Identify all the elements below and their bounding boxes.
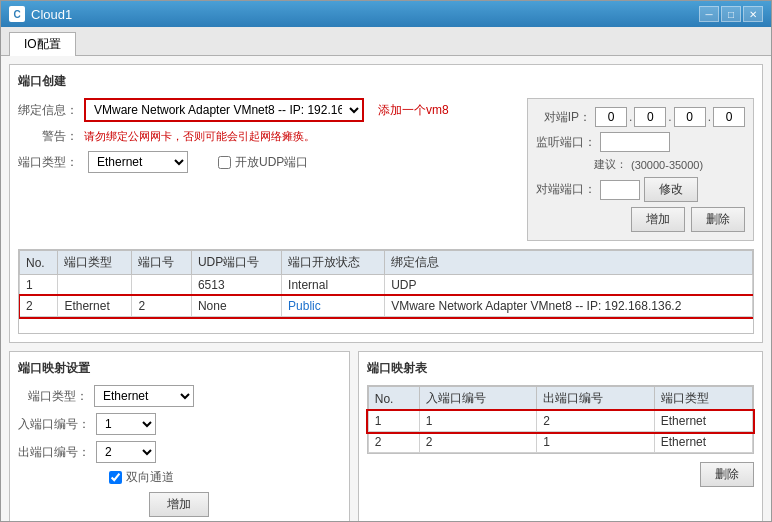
binding-row: 绑定信息： VMware Network Adapter VMnet8 -- I… [18,98,519,122]
mcell-in: 2 [419,432,537,453]
mapping-add-row: 增加 [18,492,341,517]
mapping-table: No. 入端口编号 出端口编号 端口类型 1 1 2 Ether [368,386,753,453]
cell-udp: 6513 [191,275,281,296]
bidirectional-checkbox[interactable] [109,471,122,484]
minimize-button[interactable]: ─ [699,6,719,22]
col-status: 端口开放状态 [282,251,385,275]
mapping-row[interactable]: 2 2 1 Ethernet [368,432,752,453]
mapping-table-container: No. 入端口编号 出端口编号 端口类型 1 1 2 Ether [367,385,754,454]
cell-port [132,275,191,296]
cell-port: 2 [132,296,191,317]
mcol-out: 出端口编号 [537,387,655,411]
output-port-select[interactable]: 12 [96,441,156,463]
add-vm8-hint: 添加一个vm8 [378,102,449,119]
port-type-label: 端口类型： [18,154,78,171]
port-mapping-panel: 端口映射设置 端口类型： Ethernet 入端口编号： 12 出端口编号： 1… [9,351,350,521]
bottom-section: 端口映射设置 端口类型： Ethernet 入端口编号： 12 出端口编号： 1… [9,351,763,521]
cell-status: Public [282,296,385,317]
mapping-table-title: 端口映射表 [367,360,754,377]
mapping-table-panel: 端口映射表 No. 入端口编号 出端口编号 端口类型 [358,351,763,521]
mapping-header: No. 入端口编号 出端口编号 端口类型 [368,387,752,411]
left-form: 绑定信息： VMware Network Adapter VMnet8 -- I… [18,98,519,241]
cell-no: 2 [20,296,58,317]
warning-row: 警告： 请勿绑定公网网卡，否则可能会引起网络瘫痪。 [18,128,519,145]
mcell-no: 1 [368,411,419,432]
add-port-button[interactable]: 增加 [631,207,685,232]
port-mapping-title: 端口映射设置 [18,360,341,377]
port-table: No. 端口类型 端口号 UDP端口号 端口开放状态 绑定信息 1 [19,250,753,317]
ip-inputs: . . . [595,107,745,127]
col-type: 端口类型 [58,251,132,275]
col-udp: UDP端口号 [191,251,281,275]
suggestion-row: 建议： (30000-35000) [594,157,745,172]
input-port-row: 入端口编号： 12 [18,413,341,435]
remote-port-row: 对端端口： 0 修改 [536,177,745,202]
udp-checkbox-label[interactable]: 开放UDP端口 [218,154,308,171]
warning-text: 请勿绑定公网网卡，否则可能会引起网络瘫痪。 [84,129,315,144]
mcell-type: Ethernet [654,411,752,432]
port-type-select[interactable]: Ethernet [88,151,188,173]
remote-port-input[interactable]: 0 [600,180,640,200]
table-row[interactable]: 2 Ethernet 2 None Public VMware Network … [20,296,753,317]
window-title: Cloud1 [31,7,72,22]
modify-button[interactable]: 修改 [644,177,698,202]
ip-field-2[interactable] [634,107,666,127]
output-port-label: 出端口编号： [18,444,90,461]
col-port: 端口号 [132,251,191,275]
mapping-delete-row: 删除 [367,462,754,487]
mcell-in: 1 [419,411,537,432]
mapping-row[interactable]: 1 1 2 Ethernet [368,411,752,432]
close-button[interactable]: ✕ [743,6,763,22]
remote-ip-label: 对端IP： [536,109,591,126]
right-controls: 对端IP： . . . 监听端口： [527,98,754,241]
main-window: C Cloud1 ─ □ ✕ IO配置 端口创建 绑定信息： VMware Ne… [0,0,772,522]
listen-port-input[interactable]: 30000 [600,132,670,152]
cell-status: Internal [282,275,385,296]
ip-field-1[interactable] [595,107,627,127]
remote-port-label: 对端端口： [536,181,596,198]
mapping-type-row: 端口类型： Ethernet [18,385,341,407]
tab-bar: IO配置 [1,27,771,56]
mcell-out: 2 [537,411,655,432]
mapping-type-select[interactable]: Ethernet [94,385,194,407]
port-type-row: 端口类型： Ethernet 开放UDP端口 [18,151,519,173]
table-row[interactable]: 1 6513 Internal UDP [20,275,753,296]
app-icon: C [9,6,25,22]
cell-no: 1 [20,275,58,296]
remote-ip-row: 对端IP： . . . [536,107,745,127]
mcell-type: Ethernet [654,432,752,453]
mcell-out: 1 [537,432,655,453]
cell-udp: None [191,296,281,317]
input-port-select[interactable]: 12 [96,413,156,435]
maximize-button[interactable]: □ [721,6,741,22]
cell-type [58,275,132,296]
add-mapping-button[interactable]: 增加 [149,492,209,517]
col-binding: 绑定信息 [385,251,753,275]
port-creation-panel: 端口创建 绑定信息： VMware Network Adapter VMnet8… [9,64,763,343]
tab-io-config[interactable]: IO配置 [9,32,76,56]
mcol-in: 入端口编号 [419,387,537,411]
cell-binding: VMware Network Adapter VMnet8 -- IP: 192… [385,296,753,317]
port-creation-title: 端口创建 [18,73,754,90]
action-buttons: 增加 删除 [536,207,745,232]
output-port-row: 出端口编号： 12 [18,441,341,463]
mapping-type-label: 端口类型： [18,388,88,405]
listen-port-row: 监听端口： 30000 [536,132,745,152]
table-header: No. 端口类型 端口号 UDP端口号 端口开放状态 绑定信息 [20,251,753,275]
suggestion-label: 建议： [594,157,627,172]
udp-checkbox[interactable] [218,156,231,169]
delete-mapping-button[interactable]: 删除 [700,462,754,487]
bidirectional-label[interactable]: 双向通道 [109,469,174,486]
mcol-type: 端口类型 [654,387,752,411]
title-bar: C Cloud1 ─ □ ✕ [1,1,771,27]
title-controls: ─ □ ✕ [699,6,763,22]
main-content: 端口创建 绑定信息： VMware Network Adapter VMnet8… [1,56,771,521]
ip-field-3[interactable] [674,107,706,127]
cell-type: Ethernet [58,296,132,317]
mcell-no: 2 [368,432,419,453]
listen-port-label: 监听端口： [536,134,596,151]
ip-field-4[interactable] [713,107,745,127]
binding-select[interactable]: VMware Network Adapter VMnet8 -- IP: 192… [84,98,364,122]
delete-port-button[interactable]: 删除 [691,207,745,232]
suggestion-range: (30000-35000) [631,159,703,171]
